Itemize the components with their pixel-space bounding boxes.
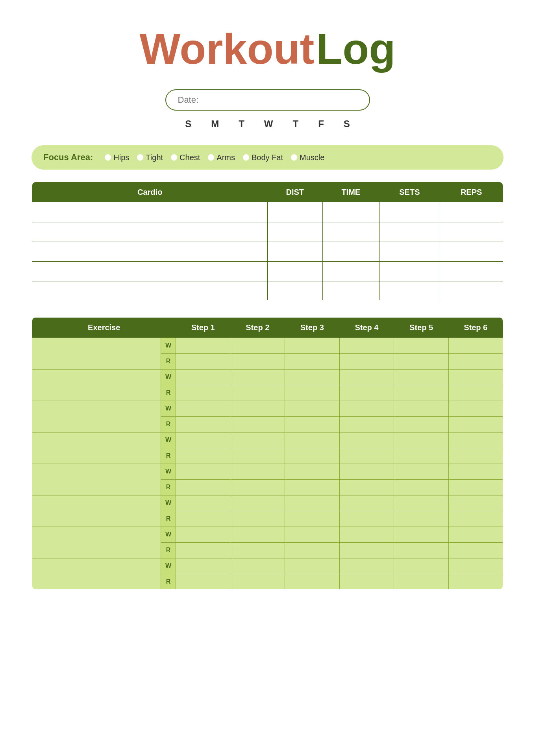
exercise-name-8 (32, 558, 161, 590)
reps-col-header: REPS (440, 182, 503, 202)
exercise-row-5w: W (32, 464, 503, 479)
exercise-row-1w: W (32, 338, 503, 353)
exercise-name-7 (32, 527, 161, 558)
cardio-reps-cell (440, 261, 503, 281)
cardio-table: Cardio DIST TIME SETS REPS (31, 181, 504, 301)
cardio-sets-cell (379, 261, 440, 281)
radio-hips[interactable] (105, 154, 111, 161)
r-label-7: R (161, 542, 176, 558)
focus-hips[interactable]: Hips (105, 153, 129, 162)
focus-tight[interactable]: Tight (137, 153, 163, 162)
cardio-row (32, 242, 503, 261)
w-label-6: W (161, 495, 176, 511)
date-section (31, 89, 504, 111)
cardio-row (32, 222, 503, 242)
focus-chest[interactable]: Chest (171, 153, 200, 162)
ex1-step4-r (339, 353, 394, 369)
w-label-4: W (161, 432, 176, 448)
ex1-step3-r (285, 353, 340, 369)
focus-muscle[interactable]: Muscle (291, 153, 324, 162)
cardio-sets-cell (379, 281, 440, 301)
exercise-name-3 (32, 401, 161, 432)
exercise-row-4w: W (32, 432, 503, 448)
focus-bodyfat[interactable]: Body Fat (243, 153, 283, 162)
ex1-step4-w (339, 338, 394, 353)
cardio-row (32, 202, 503, 222)
step2-col-header: Step 2 (230, 317, 285, 338)
cardio-time-cell (322, 281, 379, 301)
focus-muscle-label: Muscle (300, 153, 324, 162)
exercise-table: Exercise Step 1 Step 2 Step 3 Step 4 Ste… (31, 317, 504, 590)
day-s1: S (185, 118, 191, 129)
r-label-2: R (161, 385, 176, 401)
cardio-row (32, 261, 503, 281)
title-log: Log (316, 24, 396, 73)
focus-area: Focus Area: Hips Tight Chest Arms Body F… (31, 145, 504, 170)
cardio-time-cell (322, 202, 379, 222)
cardio-reps-cell (440, 281, 503, 301)
cardio-dist-cell (268, 202, 323, 222)
day-t1: T (239, 118, 244, 129)
w-label-1: W (161, 338, 176, 353)
step6-col-header: Step 6 (448, 317, 503, 338)
w-label-8: W (161, 558, 176, 574)
cardio-dist-cell (268, 222, 323, 242)
time-col-header: TIME (322, 182, 379, 202)
ex1-step2-r (230, 353, 285, 369)
radio-chest[interactable] (171, 154, 177, 161)
cardio-dist-cell (268, 281, 323, 301)
exercise-col-header: Exercise (32, 317, 176, 338)
cardio-dist-cell (268, 261, 323, 281)
w-label-3: W (161, 401, 176, 416)
exercise-row-8w: W (32, 558, 503, 574)
focus-hips-label: Hips (113, 153, 129, 162)
exercise-name-6 (32, 495, 161, 527)
day-s2: S (344, 118, 350, 129)
cardio-time-cell (322, 222, 379, 242)
focus-tight-label: Tight (146, 153, 163, 162)
ex1-step5-w (394, 338, 449, 353)
ex1-step6-r (448, 353, 503, 369)
cardio-name-cell (32, 202, 268, 222)
ex1-step2-w (230, 338, 285, 353)
step3-col-header: Step 3 (285, 317, 340, 338)
radio-bodyfat[interactable] (243, 154, 249, 161)
r-label-1: R (161, 353, 176, 369)
radio-arms[interactable] (208, 154, 214, 161)
day-w: W (264, 118, 273, 129)
exercise-row-3w: W (32, 401, 503, 416)
cardio-name-cell (32, 222, 268, 242)
exercise-name-1 (32, 338, 161, 369)
title-workout: Workout (139, 24, 314, 73)
focus-area-label: Focus Area: (43, 152, 93, 163)
ex1-step1-w (176, 338, 230, 353)
focus-arms-label: Arms (217, 153, 235, 162)
exercise-name-2 (32, 369, 161, 401)
r-label-5: R (161, 479, 176, 495)
cardio-sets-cell (379, 222, 440, 242)
r-label-8: R (161, 574, 176, 590)
radio-muscle[interactable] (291, 154, 297, 161)
w-label-5: W (161, 464, 176, 479)
cardio-time-cell (322, 261, 379, 281)
focus-chest-label: Chest (180, 153, 200, 162)
cardio-sets-cell (379, 242, 440, 261)
cardio-reps-cell (440, 222, 503, 242)
focus-bodyfat-label: Body Fat (252, 153, 283, 162)
radio-tight[interactable] (137, 154, 143, 161)
cardio-row (32, 281, 503, 301)
exercise-row-2w: W (32, 369, 503, 385)
step5-col-header: Step 5 (394, 317, 449, 338)
focus-arms[interactable]: Arms (208, 153, 235, 162)
cardio-col-header: Cardio (32, 182, 268, 202)
cardio-time-cell (322, 242, 379, 261)
exercise-row-6w: W (32, 495, 503, 511)
w-label-2: W (161, 369, 176, 385)
date-input[interactable] (165, 89, 370, 111)
cardio-reps-cell (440, 202, 503, 222)
days-row: S M T W T F S (31, 118, 504, 129)
day-t2: T (292, 118, 298, 129)
exercise-name-4 (32, 432, 161, 464)
cardio-name-cell (32, 242, 268, 261)
r-label-4: R (161, 448, 176, 464)
